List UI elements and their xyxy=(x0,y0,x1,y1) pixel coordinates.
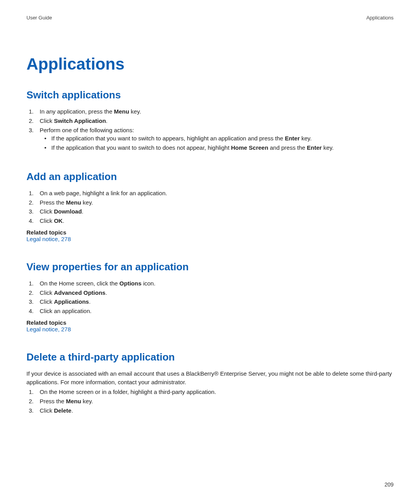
related-topics-label: Related topics xyxy=(26,319,394,326)
step-bold: Switch Application xyxy=(54,117,106,124)
section-intro: If your device is associated with an ema… xyxy=(26,369,394,387)
step-item: Click Download. xyxy=(27,207,394,216)
section-add-application: Add an application On a web page, highli… xyxy=(26,171,394,242)
step-bold: Menu xyxy=(66,199,81,206)
sub-bold: Enter xyxy=(307,144,322,151)
section-heading: Add an application xyxy=(26,171,394,183)
step-list: On the Home screen, click the Options ic… xyxy=(26,279,394,315)
step-item: On a web page, highlight a link for an a… xyxy=(27,189,394,198)
step-text: . xyxy=(105,289,107,296)
step-text: key. xyxy=(81,199,93,206)
related-topics-label: Related topics xyxy=(26,229,394,236)
section-heading: Delete a third-party application xyxy=(26,351,394,363)
step-item: Click Switch Application. xyxy=(27,117,394,125)
section-delete-third-party: Delete a third-party application If your… xyxy=(26,351,394,415)
step-text: . xyxy=(72,407,73,414)
step-bold: Advanced Options xyxy=(54,289,106,296)
header-left: User Guide xyxy=(26,15,52,21)
step-item: Click Applications. xyxy=(27,298,394,306)
page-header: User Guide Applications xyxy=(26,15,394,21)
page-number: 209 xyxy=(385,481,394,488)
step-bold: Download xyxy=(54,208,82,215)
step-text: Click xyxy=(40,217,54,224)
sub-text: key. xyxy=(300,135,312,142)
step-text: Click xyxy=(40,117,54,124)
step-bold: Options xyxy=(119,280,142,287)
step-item: In any application, press the Menu key. xyxy=(27,107,394,116)
step-text: . xyxy=(82,208,83,215)
step-text: On a web page, highlight a link for an a… xyxy=(40,190,167,196)
step-text: In any application, press the xyxy=(40,108,114,115)
step-bold: Delete xyxy=(54,407,72,414)
step-item: On the Home screen, click the Options ic… xyxy=(27,279,394,288)
step-text: key. xyxy=(129,108,141,115)
step-bold: OK xyxy=(54,217,63,224)
step-item: Click Delete. xyxy=(27,406,394,415)
step-text: Click xyxy=(40,289,54,296)
sub-list: If the application that you want to swit… xyxy=(40,134,394,152)
sub-item: If the application that you want to swit… xyxy=(44,144,394,152)
related-topics-link[interactable]: Legal notice, 278 xyxy=(26,236,394,242)
step-item: Click an application. xyxy=(27,307,394,315)
step-bold: Menu xyxy=(114,108,129,115)
sub-item: If the application that you want to swit… xyxy=(44,134,394,143)
step-text: . xyxy=(63,217,64,224)
sub-text: If the application that you want to swit… xyxy=(51,135,285,142)
sub-text: If the application that you want to swit… xyxy=(51,144,231,151)
step-text: . xyxy=(89,298,91,305)
step-item: Click Advanced Options. xyxy=(27,289,394,297)
step-text: key. xyxy=(81,398,93,404)
step-list: On a web page, highlight a link for an a… xyxy=(26,189,394,225)
step-bold: Menu xyxy=(66,398,81,404)
header-right: Applications xyxy=(366,15,394,21)
step-text: Press the xyxy=(40,398,66,404)
section-switch-applications: Switch applications In any application, … xyxy=(26,89,394,152)
step-text: . xyxy=(106,117,107,124)
section-heading: Switch applications xyxy=(26,89,394,101)
page-title: Applications xyxy=(26,55,394,74)
step-text: On the Home screen, click the xyxy=(40,280,119,287)
step-item: Press the Menu key. xyxy=(27,198,394,207)
step-list: In any application, press the Menu key. … xyxy=(26,107,394,152)
page: User Guide Applications Applications Swi… xyxy=(0,0,420,504)
step-item: Press the Menu key. xyxy=(27,397,394,406)
step-text: Click an application. xyxy=(40,308,91,314)
sub-text: and press the xyxy=(268,144,307,151)
sub-bold: Home Screen xyxy=(231,144,268,151)
sub-bold: Enter xyxy=(285,135,299,142)
step-text: Click xyxy=(40,407,54,414)
step-item: On the Home screen or in a folder, highl… xyxy=(27,388,394,396)
step-text: Click xyxy=(40,208,54,215)
step-bold: Applications xyxy=(54,298,89,305)
step-item: Click OK. xyxy=(27,217,394,225)
section-view-properties: View properties for an application On th… xyxy=(26,261,394,332)
step-text: On the Home screen or in a folder, highl… xyxy=(40,388,216,395)
step-text: Click xyxy=(40,298,54,305)
sub-text: key. xyxy=(322,144,334,151)
step-text: Perform one of the following actions: xyxy=(40,127,134,133)
section-heading: View properties for an application xyxy=(26,261,394,273)
step-item: Perform one of the following actions: If… xyxy=(27,126,394,152)
step-text: icon. xyxy=(142,280,156,287)
step-list: On the Home screen or in a folder, highl… xyxy=(26,388,394,415)
step-text: Press the xyxy=(40,199,66,206)
related-topics-link[interactable]: Legal notice, 278 xyxy=(26,326,394,332)
